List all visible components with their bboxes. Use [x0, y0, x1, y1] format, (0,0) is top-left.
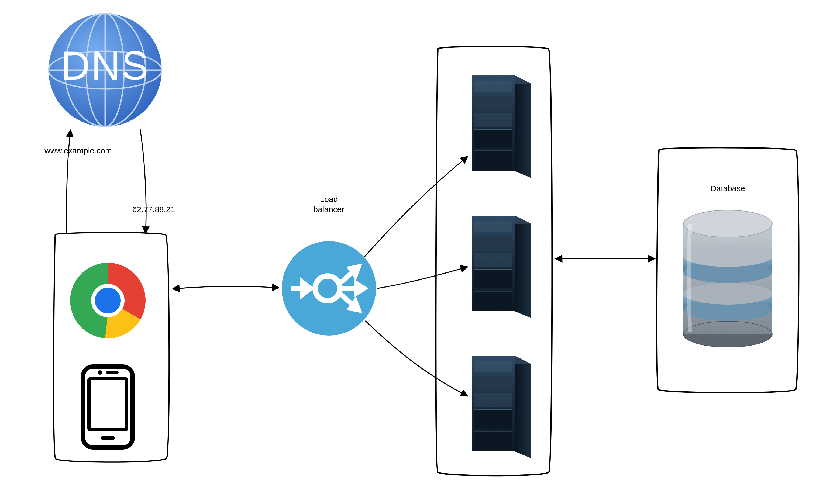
edge-lb-server2 — [377, 267, 468, 288]
server-2-icon — [472, 216, 531, 318]
svg-point-48 — [683, 283, 772, 305]
svg-rect-39 — [474, 393, 512, 407]
edge-dns-to-client — [140, 129, 146, 233]
svg-rect-10 — [89, 379, 127, 430]
svg-rect-13 — [101, 436, 115, 440]
svg-rect-33 — [474, 291, 512, 309]
server-3-icon — [472, 356, 531, 458]
svg-rect-24 — [474, 129, 512, 148]
label-database: Database — [702, 183, 753, 194]
svg-point-51 — [683, 245, 772, 267]
svg-rect-25 — [474, 151, 512, 168]
label-domain: www.example.com — [40, 146, 116, 156]
svg-point-8 — [95, 288, 121, 313]
svg-rect-23 — [474, 113, 512, 127]
svg-rect-29 — [474, 221, 512, 232]
svg-rect-22 — [474, 96, 512, 111]
dns-icon: DNS — [49, 13, 162, 127]
svg-rect-12 — [106, 371, 119, 374]
svg-rect-31 — [474, 253, 512, 267]
svg-rect-30 — [474, 236, 512, 251]
svg-rect-21 — [474, 81, 512, 92]
server-1-icon — [472, 75, 531, 178]
chrome-icon — [70, 263, 146, 338]
svg-rect-32 — [474, 270, 512, 288]
edge-lb-server3 — [365, 321, 468, 396]
svg-rect-40 — [474, 410, 512, 429]
diagram-stage: DNS — [0, 0, 813, 504]
diagram-svg: DNS — [0, 0, 813, 504]
svg-point-11 — [98, 370, 102, 375]
svg-rect-37 — [474, 361, 512, 372]
label-load-balancer: Load balancer — [299, 194, 359, 214]
load-balancer-icon — [282, 241, 376, 336]
dns-text: DNS — [61, 43, 150, 88]
label-ip: 62.77.88.21 — [124, 204, 183, 215]
edge-lb-server1 — [364, 156, 468, 257]
edge-cluster-database — [555, 258, 655, 259]
database-icon — [683, 210, 772, 347]
phone-icon — [83, 367, 133, 447]
svg-rect-41 — [474, 431, 512, 449]
svg-rect-38 — [474, 376, 512, 391]
edge-client-loadbalancer — [173, 286, 279, 289]
